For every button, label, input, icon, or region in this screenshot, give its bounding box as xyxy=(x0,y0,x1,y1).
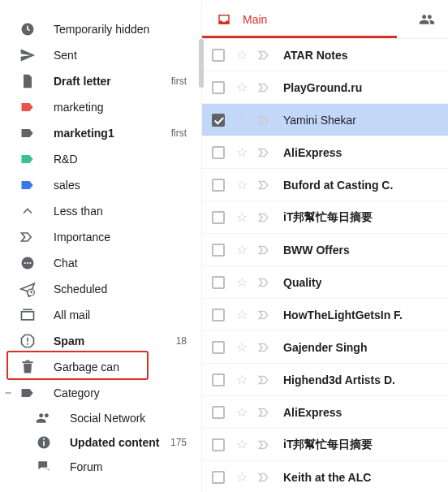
checkbox[interactable] xyxy=(212,438,225,451)
collapse-icon[interactable] xyxy=(3,385,13,401)
importance-icon[interactable] xyxy=(257,405,272,420)
importance-icon[interactable] xyxy=(257,113,272,127)
star-icon[interactable]: ☆ xyxy=(235,469,249,485)
sidebar-item-draft-letter[interactable]: Draft letterfirst xyxy=(0,68,201,94)
star-icon[interactable]: ☆ xyxy=(235,112,249,127)
checkbox[interactable] xyxy=(212,179,225,192)
people-icon xyxy=(36,410,52,426)
tab-underline xyxy=(202,36,397,38)
mail-row[interactable]: ☆Highend3d Artists D. xyxy=(202,364,448,396)
checkbox[interactable] xyxy=(212,276,225,289)
checkbox[interactable] xyxy=(212,341,225,354)
tag-icon xyxy=(19,385,36,401)
star-icon[interactable]: ☆ xyxy=(235,145,249,160)
sidebar-item-less-than[interactable]: Less than xyxy=(0,198,201,224)
checkbox[interactable] xyxy=(212,81,225,94)
sender-name: Yamini Shekar xyxy=(283,114,356,127)
trash-icon xyxy=(19,359,36,375)
sidebar-item-label: Sent xyxy=(54,49,77,62)
checkbox[interactable] xyxy=(212,244,225,257)
checkbox[interactable] xyxy=(212,211,225,224)
sidebar-item-garbage-can[interactable]: Garbage can xyxy=(0,354,201,380)
checkbox[interactable] xyxy=(212,49,225,62)
sidebar-item-spam[interactable]: Spam18 xyxy=(0,328,201,354)
importance-icon[interactable] xyxy=(257,308,272,322)
star-icon[interactable]: ☆ xyxy=(235,404,249,420)
sender-name: iT邦幫忙每日摘要 xyxy=(283,210,373,225)
sender-name: iT邦幫忙每日摘要 xyxy=(283,438,373,452)
sidebar-item-social-network[interactable]: Social Network xyxy=(0,406,201,430)
mail-row[interactable]: ☆iT邦幫忙每日摘要 xyxy=(202,201,448,234)
mail-row[interactable]: ☆AliExpress xyxy=(202,136,448,169)
sidebar-item-r-d[interactable]: R&D xyxy=(0,146,201,172)
star-icon[interactable]: ☆ xyxy=(235,209,249,225)
importance-icon[interactable] xyxy=(257,340,272,355)
mail-row[interactable]: ☆ATAR Notes xyxy=(202,39,448,71)
importance-icon[interactable] xyxy=(257,275,272,290)
checkbox[interactable] xyxy=(212,309,225,322)
sidebar-item-all-mail[interactable]: All mail xyxy=(0,302,201,328)
sidebar-item-label: Importance xyxy=(54,231,110,244)
star-icon[interactable]: ☆ xyxy=(235,80,249,95)
mail-row[interactable]: ☆Keith at the ALC xyxy=(202,461,448,492)
sidebar: Temporarily hiddenSentDraft letterfirstm… xyxy=(0,0,201,492)
sidebar-item-label: R&D xyxy=(54,153,78,166)
star-icon[interactable]: ☆ xyxy=(235,339,249,355)
mail-row[interactable]: ☆iT邦幫忙每日摘要 xyxy=(202,429,448,461)
checkbox[interactable] xyxy=(212,146,225,159)
star-icon[interactable]: ☆ xyxy=(235,274,249,290)
mail-row[interactable]: ☆Yamini Shekar xyxy=(202,104,448,136)
sidebar-item-updated-content[interactable]: Updated content175 xyxy=(0,430,201,455)
sidebar-item-temporarily-hidden[interactable]: Temporarily hidden xyxy=(0,16,201,42)
mail-row[interactable]: ☆Gajender Singh xyxy=(202,331,448,364)
importance-icon[interactable] xyxy=(257,178,272,192)
mail-row[interactable]: ☆Quality xyxy=(202,266,448,299)
importance-icon[interactable] xyxy=(257,48,272,63)
sidebar-item-chat[interactable]: Chat xyxy=(0,250,201,276)
mail-row[interactable]: ☆BWW Offers xyxy=(202,234,448,266)
importance-icon[interactable] xyxy=(257,470,272,485)
sidebar-item-badge: 175 xyxy=(170,437,187,448)
sidebar-item-category[interactable]: Category xyxy=(0,380,201,406)
star-icon[interactable]: ☆ xyxy=(235,177,249,192)
checkbox[interactable] xyxy=(212,406,225,419)
importance-icon[interactable] xyxy=(257,438,272,452)
star-icon[interactable]: ☆ xyxy=(235,242,249,257)
star-icon[interactable]: ☆ xyxy=(235,47,249,63)
mail-row[interactable]: ☆AliExpress xyxy=(202,396,448,429)
sidebar-item-forum[interactable]: Forum xyxy=(0,455,201,479)
sidebar-item-label: Social Network xyxy=(70,412,145,425)
sidebar-item-badge: first xyxy=(171,127,187,139)
sidebar-item-sent[interactable]: Sent xyxy=(0,42,201,68)
checkbox[interactable] xyxy=(212,114,225,127)
star-icon[interactable]: ☆ xyxy=(235,372,249,387)
scheduled-icon xyxy=(19,281,36,297)
importance-icon[interactable] xyxy=(257,80,272,95)
sidebar-item-label: Chat xyxy=(54,257,78,270)
file-icon xyxy=(19,73,36,89)
sidebar-item-marketing1[interactable]: marketing1first xyxy=(0,120,201,146)
importance-icon[interactable] xyxy=(257,145,272,160)
mail-row[interactable]: ☆PlayGround.ru xyxy=(202,71,448,104)
importance-icon[interactable] xyxy=(257,243,272,257)
tab-social[interactable] xyxy=(406,0,448,38)
scrollbar[interactable] xyxy=(199,39,204,88)
clock-icon xyxy=(19,21,36,37)
star-icon[interactable]: ☆ xyxy=(235,307,249,322)
sidebar-item-importance[interactable]: Importance xyxy=(0,224,201,250)
tab-bar: Main xyxy=(202,0,448,39)
checkbox[interactable] xyxy=(212,373,225,386)
send-icon xyxy=(19,47,36,63)
sidebar-item-scheduled[interactable]: Scheduled xyxy=(0,276,201,302)
star-icon[interactable]: ☆ xyxy=(235,437,249,452)
tag-icon xyxy=(19,177,36,193)
sidebar-item-label: Garbage can xyxy=(54,360,119,373)
mail-row[interactable]: ☆HowTheLightGetsIn F. xyxy=(202,299,448,331)
tab-main[interactable]: Main xyxy=(202,0,282,38)
importance-icon[interactable] xyxy=(257,210,272,225)
sidebar-item-sales[interactable]: sales xyxy=(0,172,201,198)
importance-icon[interactable] xyxy=(257,373,272,387)
checkbox[interactable] xyxy=(212,471,225,484)
sidebar-item-marketing[interactable]: marketing xyxy=(0,94,201,120)
mail-row[interactable]: ☆Buford at Casting C. xyxy=(202,169,448,201)
